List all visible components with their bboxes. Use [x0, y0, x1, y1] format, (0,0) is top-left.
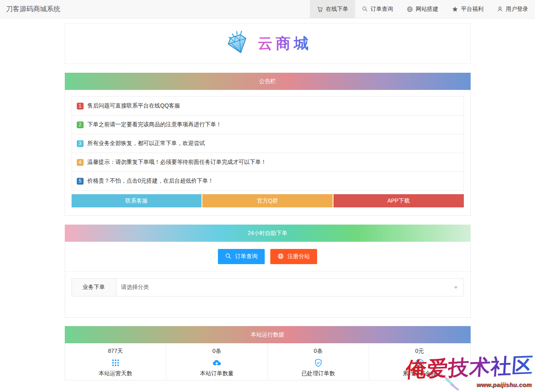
announcement-text: 所有业务全部恢复，都可以正常下单，欢迎尝试 — [88, 140, 205, 147]
stat-label: 本站运营天数 — [65, 370, 166, 377]
nav-item-label: 订单查询 — [371, 6, 393, 13]
stat-label: 已处理订单数 — [268, 370, 369, 377]
nav-item-label: 平台福利 — [461, 6, 483, 13]
self-order-header: 24小时自助下单 — [65, 225, 471, 242]
announcement-item: 3 所有业务全部恢复，都可以正常下单，欢迎尝试 — [72, 134, 464, 153]
announcement-item: 2 下单之前请一定要看完该商品的注意事项再进行下单！ — [72, 115, 464, 134]
watermark-url: www.paijishu.com — [477, 381, 532, 388]
announcement-number-badge: 2 — [77, 121, 84, 128]
main-container: 云商城 公告栏 1 售后问题可直接联系平台在线QQ客服 2 下单之前请一定要看完… — [65, 23, 471, 380]
self-order-buttons: 订单查询 注册分站 — [65, 242, 470, 272]
stat-processed-orders: 0条 已处理订单数 — [268, 343, 369, 380]
announcement-text: 售后问题可直接联系平台在线QQ客服 — [88, 102, 180, 109]
cloud-icon — [166, 358, 268, 368]
stat-label: 累计交易金额 — [369, 370, 470, 377]
announcement-header: 公告栏 — [65, 73, 471, 90]
app-download-button[interactable]: APP下载 — [333, 194, 464, 207]
order-form-row: 业务下单 请选择分类 — [72, 278, 464, 296]
nav-item-online-order[interactable]: 在线下单 — [310, 0, 355, 18]
announcement-item: 4 温馨提示：请勿重复下单哦！必须要等待前面任务订单完成才可以下单！ — [72, 153, 464, 172]
nav-item-user-login[interactable]: 用户登录 — [490, 0, 535, 18]
self-order-panel: 订单查询 注册分站 业务下单 请选择分类 — [65, 242, 471, 318]
stat-label: 本站订单数量 — [166, 370, 268, 377]
user-icon — [497, 6, 503, 12]
stat-total-amount: 0元 累计交易金额 — [369, 343, 470, 380]
announcement-text: 温馨提示：请勿重复下单哦！必须要等待前面任务订单完成才可以下单！ — [88, 159, 267, 166]
sparkle-icon — [450, 383, 459, 391]
announcement-buttons: 联系客服 官方Q群 APP下载 — [72, 194, 464, 207]
site-stats-header: 本站运行数据 — [65, 326, 471, 343]
yen-circle-icon — [369, 358, 470, 368]
top-navbar: 刀客源码商城系统 在线下单 订单查询 网站搭建 — [0, 0, 535, 18]
site-stats-panel: 877天 本站运营天数 0条 本站订单数量 0条 — [65, 343, 471, 380]
shield-check-icon — [268, 358, 369, 368]
contact-support-button[interactable]: 联系客服 — [72, 194, 202, 207]
search-icon — [362, 6, 368, 12]
site-logo-name: 云商城 — [258, 34, 312, 54]
search-icon — [225, 253, 232, 261]
stat-value: 0条 — [166, 348, 268, 355]
stat-running-days: 877天 本站运营天数 — [65, 343, 166, 380]
logo-banner: 云商城 — [65, 23, 471, 64]
nav-item-site-build[interactable]: 网站搭建 — [400, 0, 445, 18]
business-order-label: 业务下单 — [72, 278, 116, 296]
announcement-item: 5 价格贵？不怕，点击0元搭建，在后台超低价下单！ — [72, 171, 464, 191]
announcement-text: 价格贵？不怕，点击0元搭建，在后台超低价下单！ — [88, 177, 214, 185]
stat-order-count: 0条 本站订单数量 — [166, 343, 268, 380]
announcement-number-badge: 3 — [77, 140, 84, 147]
chevron-down-icon — [454, 287, 458, 289]
order-query-button[interactable]: 订单查询 — [218, 249, 265, 264]
official-qq-group-button[interactable]: 官方Q群 — [202, 194, 333, 207]
diamond-icon — [224, 29, 252, 58]
grid-icon — [65, 358, 166, 368]
globe-icon — [407, 6, 413, 12]
announcement-number-badge: 4 — [77, 159, 84, 166]
announcement-item: 1 售后问题可直接联系平台在线QQ客服 — [72, 96, 464, 115]
nav-item-platform-benefits[interactable]: 平台福利 — [445, 0, 490, 18]
select-placeholder: 请选择分类 — [121, 284, 149, 291]
button-label: 注册分站 — [287, 253, 310, 260]
stat-value: 0条 — [268, 348, 369, 355]
announcement-number-badge: 5 — [77, 178, 84, 185]
stat-value: 0元 — [369, 348, 470, 355]
cart-icon — [317, 6, 323, 12]
announcement-text: 下单之前请一定要看完该商品的注意事项再进行下单！ — [88, 121, 222, 128]
nav-item-order-query[interactable]: 订单查询 — [355, 0, 400, 18]
announcement-number-badge: 1 — [77, 103, 84, 109]
nav-item-label: 在线下单 — [326, 6, 348, 13]
nav-menu: 在线下单 订单查询 网站搭建 平台福利 — [310, 0, 535, 18]
stat-value: 877天 — [65, 348, 166, 355]
button-label: 订单查询 — [235, 253, 258, 260]
announcement-panel: 1 售后问题可直接联系平台在线QQ客服 2 下单之前请一定要看完该商品的注意事项… — [65, 90, 471, 216]
register-substation-button[interactable]: 注册分站 — [270, 249, 317, 264]
nav-item-label: 网站搭建 — [416, 6, 438, 13]
category-select[interactable]: 请选择分类 — [116, 278, 464, 296]
star-icon — [452, 6, 458, 12]
site-brand: 刀客源码商城系统 — [0, 0, 60, 18]
nav-item-label: 用户登录 — [506, 6, 528, 13]
globe-icon — [277, 253, 284, 261]
